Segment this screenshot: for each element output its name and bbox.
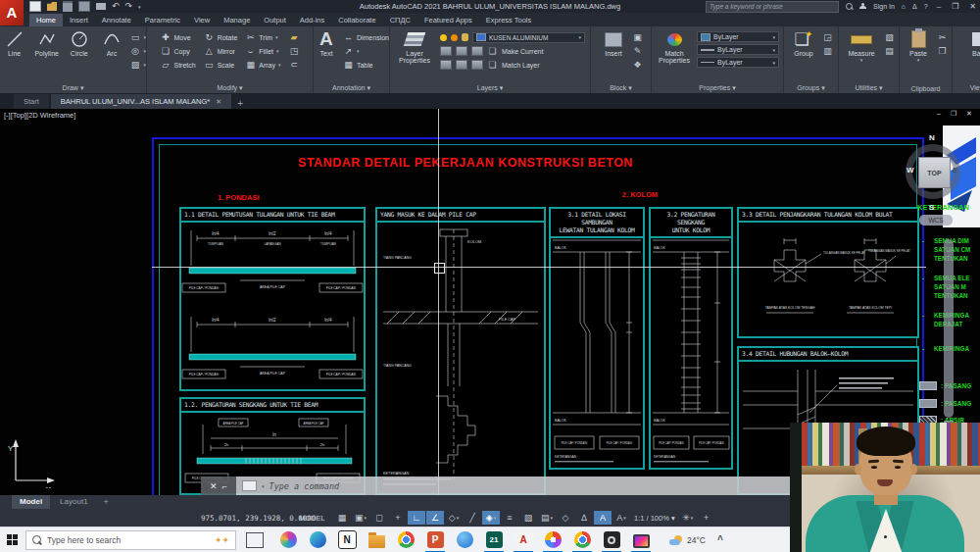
- tab-collaborate[interactable]: Collaborate: [331, 14, 382, 26]
- panel-label-groups[interactable]: Groups ▾: [784, 84, 838, 92]
- mirror-button[interactable]: △Mirror: [204, 45, 238, 57]
- match-layer-icon[interactable]: ❏: [487, 60, 498, 70]
- circle-button[interactable]: Circle: [65, 28, 93, 79]
- taskbar-app-google-1[interactable]: [538, 527, 567, 552]
- fillet-button[interactable]: ⌣Fillet▾: [245, 45, 280, 57]
- panel-label-annotation[interactable]: Annotation ▾: [314, 84, 389, 92]
- customize-gear-icon[interactable]: ✳▾: [679, 511, 697, 525]
- command-input[interactable]: ▾ Type a command: [236, 477, 793, 495]
- restore-button[interactable]: ❐: [950, 2, 960, 11]
- leader-icon[interactable]: ↗: [343, 46, 354, 56]
- base-button[interactable]: Base: [963, 28, 980, 79]
- taskbar-app-autocad[interactable]: A: [509, 527, 538, 552]
- dimension-button[interactable]: ↔Dimension: [343, 31, 389, 43]
- taskbar-app-designer[interactable]: [273, 527, 303, 552]
- help-icon[interactable]: ?: [924, 3, 928, 10]
- insert-button[interactable]: Insert: [599, 28, 628, 79]
- taskbar-app-edge[interactable]: [303, 527, 332, 552]
- help-search-input[interactable]: Type a keyword or phrase: [706, 1, 839, 13]
- text-button[interactable]: AText: [314, 28, 339, 79]
- taskbar-app-blue[interactable]: [450, 527, 479, 552]
- ellipse-icon[interactable]: ◎: [130, 46, 141, 56]
- infer-toggle[interactable]: ◻: [370, 511, 388, 525]
- polyline-button[interactable]: Polyline: [32, 28, 61, 79]
- block-attrib-icon[interactable]: ❖: [632, 60, 643, 70]
- layer-lock2-icon[interactable]: [456, 60, 467, 70]
- cut-icon[interactable]: ✂: [937, 32, 948, 42]
- paste-button[interactable]: Paste▾: [904, 28, 933, 79]
- layer-lock-icon[interactable]: [462, 33, 468, 41]
- layer-state-icon[interactable]: [440, 46, 452, 56]
- file-tab-document[interactable]: BAHRUL ULUM_UNIV...AS ISLAM MALANG* ✕: [51, 94, 231, 109]
- viewcube-top-face[interactable]: TOP: [918, 157, 951, 188]
- isodraft-toggle[interactable]: ◇▾: [445, 511, 463, 525]
- osnap-3d-toggle[interactable]: ◇: [557, 511, 574, 525]
- taskbar-app-files[interactable]: [362, 527, 391, 552]
- file-tab-new-icon[interactable]: +: [237, 98, 243, 109]
- file-tab-close-icon[interactable]: ✕: [216, 98, 221, 106]
- taskbar-app-powerpoint[interactable]: P: [420, 527, 450, 552]
- file-tab-start[interactable]: Start: [14, 94, 49, 109]
- object-color-select[interactable]: ByLayer▾: [697, 31, 779, 42]
- taskbar-app-green-badge[interactable]: 21: [479, 527, 509, 552]
- drawing-window-controls[interactable]: – ❐ ✕: [937, 110, 976, 118]
- annotation-scale[interactable]: 1:1 / 100% ▾: [634, 514, 675, 523]
- panel-label-view[interactable]: View ▾: [953, 84, 980, 92]
- quick-select-icon[interactable]: ▧: [884, 32, 895, 42]
- otrack-toggle[interactable]: ╱: [464, 511, 481, 525]
- offset-icon[interactable]: ⊂: [289, 60, 300, 70]
- layer-properties-button[interactable]: Layer Properties: [395, 28, 434, 79]
- minimize-button[interactable]: –: [935, 2, 943, 11]
- isolate-objects-icon[interactable]: +: [698, 511, 715, 525]
- line-button[interactable]: Line: [0, 28, 28, 79]
- tab-spds[interactable]: СПДС: [383, 14, 417, 26]
- panel-label-properties[interactable]: Properties ▾: [652, 84, 783, 92]
- osnap-toggle[interactable]: ◈▾: [482, 511, 500, 525]
- autocad-app-icon[interactable]: A: [0, 0, 24, 25]
- viewport-controls[interactable]: [-][Top][2D Wireframe]: [4, 111, 75, 120]
- match-properties-button[interactable]: Match Properties: [656, 28, 693, 79]
- panel-label-draw[interactable]: Draw ▾: [0, 84, 146, 92]
- snap-toggle[interactable]: ▣▾: [352, 511, 369, 525]
- ungroup-icon[interactable]: ◲: [822, 32, 833, 42]
- quick-calc-icon[interactable]: ▤: [884, 46, 895, 56]
- command-close-icon[interactable]: ✕: [210, 481, 218, 491]
- table-button[interactable]: ▦Table: [343, 59, 389, 71]
- search-icon[interactable]: [846, 3, 853, 10]
- measure-button[interactable]: Measure▾: [843, 28, 880, 79]
- lineweight-select[interactable]: ByLayer▾: [697, 44, 779, 55]
- wcs-button[interactable]: WCS: [919, 215, 953, 226]
- taskbar-search-input[interactable]: Type here to search ✦✦: [25, 530, 236, 550]
- group-button[interactable]: ❏✦ Group: [789, 28, 818, 79]
- match-layer-button[interactable]: Match Layer: [502, 62, 540, 69]
- layer-freeze2-icon[interactable]: [440, 60, 452, 70]
- store-cart-icon[interactable]: ⌂: [902, 3, 906, 10]
- tab-insert[interactable]: Insert: [63, 14, 95, 26]
- group-edit-icon[interactable]: ▥: [822, 46, 833, 56]
- ortho-toggle[interactable]: ∟: [408, 511, 425, 525]
- hatch-icon[interactable]: ▨: [130, 60, 141, 70]
- linetype-select[interactable]: ByLayer▾: [697, 57, 779, 68]
- command-recent-icon[interactable]: [242, 480, 257, 491]
- panel-label-layers[interactable]: Layers ▾: [390, 84, 590, 92]
- copy-button[interactable]: ❏Copy: [160, 45, 195, 57]
- layer-isolate-icon[interactable]: [456, 46, 467, 56]
- task-view-button[interactable]: [246, 532, 264, 548]
- taskbar-app-google-2[interactable]: [567, 527, 597, 552]
- dynamic-ucs-toggle[interactable]: ∆: [575, 511, 593, 525]
- command-line[interactable]: ✕ ⌐ ▾ Type a command: [201, 477, 793, 495]
- taskbar-weather[interactable]: 24°C: [669, 535, 706, 545]
- polar-toggle[interactable]: ∠: [426, 511, 444, 525]
- viewcube-west[interactable]: W: [906, 166, 914, 175]
- tab-parametric[interactable]: Parametric: [138, 14, 187, 26]
- tab-featured-apps[interactable]: Featured Apps: [417, 14, 479, 26]
- dynamic-input-toggle[interactable]: +: [389, 511, 407, 525]
- stretch-button[interactable]: ▱Stretch: [160, 59, 195, 71]
- taskbar-app-notion[interactable]: N: [332, 527, 362, 552]
- copilot-icon[interactable]: ✦✦: [215, 535, 229, 545]
- layer-on-icon[interactable]: [440, 34, 447, 41]
- tab-express-tools[interactable]: Express Tools: [479, 14, 539, 26]
- new-layout-icon[interactable]: +: [98, 497, 115, 507]
- transparency-toggle[interactable]: ▨: [519, 511, 537, 525]
- tab-model[interactable]: Model: [12, 495, 50, 509]
